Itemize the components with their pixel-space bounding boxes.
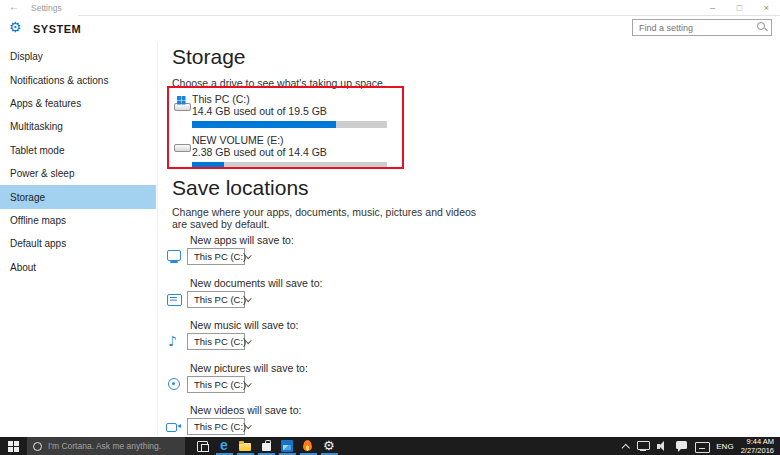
save-location-dropdown[interactable]: This PC (C:) (187, 291, 245, 308)
save-location-row: This PC (C:) (166, 291, 322, 308)
cortana-icon (33, 442, 42, 451)
save-location-dropdown[interactable]: This PC (C:) (187, 333, 245, 350)
sidebar-item-label: About (10, 262, 36, 273)
minimize-button[interactable]: – (699, 0, 726, 16)
save-location-group: New videos will save to: This PC (C:) (166, 404, 322, 435)
show-hidden-icons-chevron[interactable] (622, 442, 630, 451)
find-a-setting-searchbox[interactable] (632, 19, 772, 36)
save-location-row: This PC (C:) (166, 376, 322, 393)
documents-icon (166, 291, 183, 307)
sidebar-item[interactable]: Notifications & actions (0, 68, 156, 91)
sidebar-item-label: Power & sleep (10, 168, 74, 179)
sidebar-item-label: Notifications & actions (10, 75, 108, 86)
taskbar-app-icons (193, 437, 340, 455)
save-location-group: New documents will save to: This PC (C:) (166, 277, 322, 308)
sidebar-item-label: Offline maps (10, 215, 66, 226)
dropdown-value: This PC (C:) (194, 336, 246, 347)
drive-name: This PC (C:) (192, 93, 387, 105)
store-icon[interactable] (256, 437, 277, 455)
dropdown-value: This PC (C:) (194, 294, 246, 305)
volume-icon[interactable] (657, 440, 669, 452)
sidebar-item[interactable]: Default apps (0, 232, 156, 255)
dropdown-value: This PC (C:) (194, 251, 246, 262)
system-tray: ENG 9:44 AM 2/27/2016 (622, 437, 780, 455)
task-view-icon[interactable] (193, 437, 214, 455)
storage-heading: Storage (172, 45, 246, 69)
save-location-group: New pictures will save to: This PC (C:) (166, 362, 322, 393)
chevron-down-icon (245, 252, 251, 258)
save-locations-description: are saved by default. (172, 218, 269, 230)
save-location-dropdown[interactable]: This PC (C:) (187, 376, 245, 393)
save-location-dropdown[interactable]: This PC (C:) (187, 418, 245, 435)
photos-icon[interactable] (277, 437, 298, 455)
maximize-button[interactable]: □ (726, 0, 753, 16)
content-divider (157, 42, 158, 436)
drive-usage-text: 2.38 GB used out of 14.4 GB (192, 146, 387, 158)
taskbar: I'm Cortana. Ask me anything. (0, 437, 780, 455)
drive-info: NEW VOLUME (E:) 2.38 GB used out of 14.4… (192, 134, 387, 175)
sidebar-item[interactable]: About (0, 256, 156, 279)
desktop-screen: ← Settings – □ × ⚙ SYSTEM Display Notifi… (0, 0, 780, 455)
window-controls: – □ × (699, 0, 780, 16)
apps-icon (166, 249, 183, 265)
titlebar-divider (78, 15, 780, 16)
sidebar-item[interactable]: Display (0, 45, 156, 68)
search-icon[interactable] (756, 21, 768, 34)
notifications-icon[interactable] (676, 440, 688, 453)
drive-info: This PC (C:) 14.4 GB used out of 19.5 GB (192, 93, 387, 134)
taskbar-clock[interactable]: 9:44 AM 2/27/2016 (741, 437, 776, 455)
cortana-placeholder: I'm Cortana. Ask me anything. (48, 441, 161, 451)
touch-keyboard-icon[interactable] (695, 440, 709, 452)
save-locations-heading: Save locations (172, 176, 309, 200)
sidebar-item-label: Apps & features (10, 98, 81, 109)
clock-time: 9:44 AM (741, 437, 774, 446)
settings-icon[interactable] (319, 437, 340, 455)
save-locations-description: Change where your apps, documents, music… (172, 206, 476, 218)
drive-row[interactable]: NEW VOLUME (E:) 2.38 GB used out of 14.4… (174, 134, 387, 175)
sidebar-item-label: Display (10, 51, 43, 62)
search-input[interactable] (633, 23, 756, 33)
cortana-search-box[interactable]: I'm Cortana. Ask me anything. (27, 437, 185, 455)
save-locations-list: New apps will save to: This PC (C:) New … (166, 234, 322, 447)
sidebar-item[interactable]: Storage (0, 185, 156, 208)
save-location-label: New music will save to: (190, 319, 322, 331)
save-location-dropdown[interactable]: This PC (C:) (187, 248, 245, 265)
clock-date: 2/27/2016 (741, 446, 774, 455)
drive-name: NEW VOLUME (E:) (192, 134, 387, 146)
sidebar-item-label: Default apps (10, 238, 66, 249)
drive-usage-fill (192, 121, 336, 128)
window-title: Settings (31, 3, 62, 13)
save-location-group: New apps will save to: This PC (C:) (166, 234, 322, 265)
gear-icon: ⚙ (9, 19, 22, 35)
back-button[interactable]: ← (9, 1, 19, 12)
drive-row[interactable]: This PC (C:) 14.4 GB used out of 19.5 GB (174, 93, 387, 134)
dropdown-value: This PC (C:) (194, 421, 246, 432)
save-location-row: This PC (C:) (166, 333, 322, 350)
windows-logo-icon (8, 441, 19, 452)
sidebar-item-label: Storage (10, 192, 45, 203)
save-location-label: New apps will save to: (190, 234, 322, 246)
drive-usage-bar (192, 121, 387, 128)
flame-icon[interactable] (298, 437, 319, 455)
sidebar-item[interactable]: Multitasking (0, 115, 156, 138)
drive-list: This PC (C:) 14.4 GB used out of 19.5 GB… (174, 93, 387, 175)
sidebar-item[interactable]: Offline maps (0, 209, 156, 232)
language-indicator[interactable]: ENG (716, 442, 733, 451)
file-explorer-icon[interactable] (235, 437, 256, 455)
sidebar-item[interactable]: Apps & features (0, 92, 156, 115)
music-icon (166, 334, 183, 350)
sidebar-item-label: Tablet mode (10, 145, 64, 156)
system-drive-icon (174, 93, 192, 134)
sidebar-item[interactable]: Power & sleep (0, 162, 156, 185)
drive-usage-fill (192, 162, 224, 169)
sidebar-item[interactable]: Tablet mode (0, 139, 156, 162)
chevron-down-icon (245, 380, 251, 386)
start-button[interactable] (0, 437, 27, 455)
close-button[interactable]: × (753, 0, 780, 16)
network-icon[interactable] (637, 440, 650, 452)
save-location-label: New videos will save to: (190, 404, 322, 416)
chevron-down-icon (245, 337, 251, 343)
storage-subtitle: Choose a drive to see what's taking up s… (172, 77, 386, 89)
edge-icon[interactable] (214, 437, 235, 455)
save-location-row: This PC (C:) (166, 248, 322, 265)
